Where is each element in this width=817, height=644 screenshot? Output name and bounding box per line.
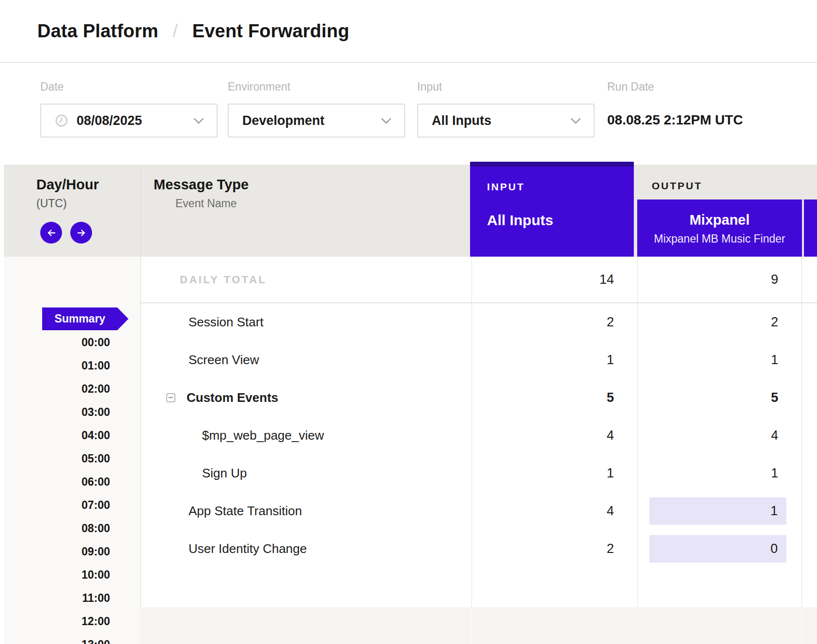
input-column-accent-strip [470,162,634,167]
event-label: Sign Up [141,454,471,492]
table-row: $mp_web_page_view 4 4 [141,416,817,454]
hour-item[interactable]: 02:00 [0,377,110,400]
input-count: 1 [471,454,637,492]
input-count: 4 [471,492,637,530]
output-column-subtitle: Mixpanel MB Music Finder [654,232,786,245]
hour-item[interactable]: 12:00 [0,610,110,633]
chevron-down-icon [193,118,204,124]
breadcrumb-separator: / [173,21,178,41]
hour-item[interactable]: 07:00 [0,493,110,517]
event-label: User Identity Change [141,530,471,567]
date-dropdown[interactable]: 08/08/2025 [40,104,218,138]
output-column-name: Mixpanel [690,212,750,228]
event-label: App State Transition [141,492,471,530]
table-row: Screen View 1 1 [141,341,817,379]
output-count: 1 [637,454,802,492]
event-label: Session Start [141,303,471,341]
output-group-label: OUTPUT [652,180,702,192]
arrow-right-icon [76,227,87,239]
daily-total-input-value: 14 [471,257,637,303]
environment-filter-label: Environment [228,80,290,93]
table-row: App State Transition 4 1 [141,492,817,530]
arrow-left-icon [46,227,57,239]
message-type-header: Message Type [154,177,249,193]
highlighted-output-count: 0 [649,535,786,563]
hour-item[interactable]: 04:00 [0,424,110,447]
hour-item[interactable]: 13:00 [0,633,110,644]
hour-item[interactable]: 01:00 [0,354,110,377]
table-row-custom-events: Custom Events 5 5 [141,379,817,416]
output-count: 2 [637,303,802,341]
input-value: All Inputs [432,113,491,128]
output-count: 5 [637,379,802,416]
day-hour-header: Day/Hour [36,177,99,193]
empty-row [141,567,817,607]
hour-item[interactable]: 10:00 [0,563,110,586]
input-count: 4 [471,416,637,454]
input-dropdown[interactable]: All Inputs [417,104,595,138]
hour-item[interactable]: 11:00 [0,586,110,610]
date-value: 08/08/2025 [77,113,142,128]
date-filter-label: Date [40,80,64,93]
environment-dropdown[interactable]: Development [228,104,405,138]
output-count-cell: 0 [637,530,802,567]
input-count: 5 [471,379,637,416]
table-row: Sign Up 1 1 [141,454,817,492]
input-count: 2 [471,530,637,567]
event-label: Custom Events [187,390,278,405]
previous-day-button[interactable] [40,222,62,244]
input-count: 1 [471,341,637,379]
hour-item[interactable]: 00:00 [0,331,110,354]
daily-total-row: DAILY TOTAL 14 9 [141,257,817,303]
next-output-column-partial[interactable] [804,199,817,257]
day-hour-timezone: (UTC) [36,197,67,210]
hour-item[interactable]: 06:00 [0,470,110,493]
input-filter-label: Input [417,80,442,93]
event-table-body: DAILY TOTAL 14 9 Session Start 2 2 Scree… [141,257,817,644]
table-row: Session Start 2 2 [141,303,817,341]
breadcrumb: Data Platform / Event Forwarding [0,0,817,63]
hour-item[interactable]: 09:00 [0,540,110,563]
input-count: 2 [471,303,637,341]
input-group-label: INPUT [487,181,634,193]
chevron-down-icon [570,118,581,124]
environment-value: Development [242,113,325,128]
next-day-button[interactable] [70,222,92,244]
event-name-subheader: Event Name [175,197,237,210]
input-column-header[interactable]: INPUT All Inputs [470,162,634,257]
breadcrumb-section[interactable]: Data Platform [37,21,158,42]
event-forwarding-page: Data Platform / Event Forwarding Date En… [0,0,817,644]
highlighted-output-count: 1 [649,497,786,525]
hour-item[interactable]: 03:00 [0,400,110,424]
event-label: $mp_web_page_view [141,416,471,454]
input-column-name: All Inputs [487,212,634,229]
run-date-label: Run Date [607,80,654,93]
output-count-cell: 1 [637,492,802,530]
run-date-value: 08.08.25 2:12PM UTC [607,112,743,128]
hour-list: 00:00 01:00 02:00 03:00 04:00 05:00 06:0… [0,331,110,644]
page-title: Event Forwarding [192,21,349,42]
table-footer-band [141,607,817,644]
event-group-label: Custom Events [141,379,471,416]
daily-total-output-value: 9 [637,257,802,303]
output-count: 4 [637,416,802,454]
collapse-icon[interactable] [166,393,175,402]
output-column-header-mixpanel[interactable]: Mixpanel Mixpanel MB Music Finder [637,199,802,257]
chevron-down-icon [381,118,392,124]
hour-item[interactable]: 05:00 [0,447,110,470]
hour-item[interactable]: 08:00 [0,517,110,540]
clock-icon [55,114,68,127]
event-label: Screen View [141,341,471,379]
daily-total-label: DAILY TOTAL [141,257,471,303]
table-row: User Identity Change 2 0 [141,530,817,567]
summary-tab[interactable]: Summary [42,307,128,330]
output-count: 1 [637,341,802,379]
